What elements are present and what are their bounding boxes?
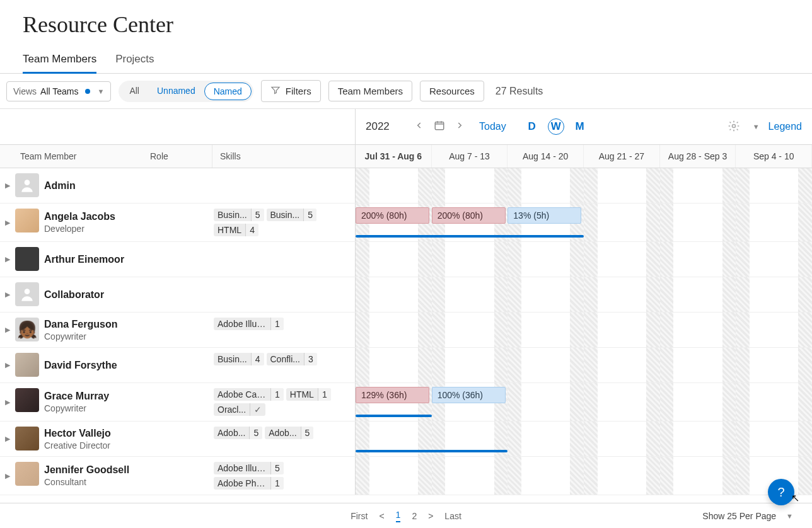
col-header-role[interactable]: Role — [142, 145, 212, 168]
allocation-bar[interactable]: 200% (80h) — [432, 207, 506, 224]
skill-chip[interactable]: Adobe Photoshop1 — [214, 477, 284, 490]
tab-team-members[interactable]: Team Members — [23, 53, 96, 73]
week-header[interactable]: Jul 31 - Aug 6 — [356, 145, 432, 168]
expand-row-icon[interactable]: ▶ — [0, 352, 15, 379]
col-header-member[interactable]: Team Member — [0, 145, 142, 168]
expand-row-icon[interactable]: ▶ — [0, 172, 15, 199]
skill-chip[interactable]: Oracl...✓ — [214, 403, 265, 416]
next-period-icon[interactable] — [454, 120, 465, 133]
calendar-icon[interactable] — [434, 120, 445, 134]
timeline-year: 2022 — [366, 120, 396, 133]
filter-icon — [270, 85, 281, 97]
member-name: Collaborator — [44, 289, 145, 301]
skill-name: Adob... — [214, 427, 249, 439]
skill-name: Busin... — [214, 353, 251, 365]
skill-chip[interactable]: Adobe Illustrator1 — [214, 318, 284, 330]
views-label: Views — [13, 86, 37, 96]
per-page-chevron-down-icon: ▼ — [786, 512, 793, 520]
member-role: Consultant — [44, 477, 145, 487]
resources-button[interactable]: Resources — [420, 81, 484, 101]
allocation-bar[interactable]: 200% (80h) — [356, 207, 429, 224]
help-fab[interactable]: ? — [768, 479, 794, 505]
skill-chip[interactable]: Busin...5 — [214, 209, 264, 221]
member-name: Grace Murray — [44, 391, 145, 402]
skill-chip[interactable]: Adob...5 — [214, 427, 262, 439]
allocation-bar[interactable]: 129% (36h) — [356, 387, 429, 403]
skill-level: 3 — [304, 353, 317, 365]
table-row: ▶Arthur Einemoor — [0, 242, 812, 277]
expand-row-icon[interactable]: ▶ — [0, 461, 15, 491]
skill-chip[interactable]: Adobe Illustrator5 — [214, 462, 284, 474]
skill-name: Busin... — [214, 209, 251, 221]
pager-page-2[interactable]: 2 — [412, 511, 417, 521]
filters-button[interactable]: Filters — [261, 80, 321, 102]
prev-period-icon[interactable] — [414, 120, 425, 133]
skills-cell — [214, 246, 355, 273]
avatar: 👧🏾 — [15, 318, 39, 341]
per-page-dropdown[interactable]: Show 25 Per Page ▼ — [702, 511, 793, 521]
expand-row-icon[interactable]: ▶ — [0, 425, 15, 452]
skill-chip[interactable]: Adobe Captivate1 — [214, 388, 284, 401]
skill-chip[interactable]: Busin...4 — [214, 353, 264, 365]
allocation-bar[interactable]: 100% (36h) — [432, 387, 506, 403]
member-name: Hector Vallejo — [44, 428, 145, 439]
views-value: All Teams — [40, 86, 78, 96]
table-row: ▶Collaborator — [0, 277, 812, 313]
week-header[interactable]: Aug 7 - 13 — [432, 145, 508, 168]
table-row: ▶👧🏾Dana FergusonCopywriterAdobe Illustra… — [0, 313, 812, 348]
settings-chevron-down-icon[interactable]: ▼ — [753, 123, 760, 130]
pill-named[interactable]: Named — [204, 83, 252, 100]
allocation-bar[interactable]: 13% (5h) — [508, 207, 581, 224]
skill-chip[interactable]: HTML1 — [286, 388, 331, 401]
pager-page-1[interactable]: 1 — [396, 510, 401, 522]
expand-row-icon[interactable]: ▶ — [0, 281, 15, 308]
expand-row-icon[interactable]: ▶ — [0, 207, 15, 238]
view-month[interactable]: M — [572, 118, 588, 135]
expand-row-icon[interactable]: ▶ — [0, 387, 15, 417]
member-name: Angela Jacobs — [44, 211, 145, 222]
skill-name: Adobe Illustrator — [214, 318, 270, 330]
pager-next[interactable]: > — [428, 511, 433, 521]
gear-icon[interactable] — [728, 120, 740, 134]
allocation-underline — [356, 235, 584, 238]
skill-name: Adobe Photoshop — [214, 477, 270, 490]
skill-chip[interactable]: HTML4 — [214, 224, 258, 236]
skill-name: HTML — [214, 224, 245, 236]
dwm-toggle: D W M — [524, 118, 588, 135]
week-header[interactable]: Sep 4 - 10 — [736, 145, 812, 168]
split-left-spacer — [0, 109, 356, 144]
pill-unnamed[interactable]: Unnamed — [148, 83, 204, 100]
view-week[interactable]: W — [548, 118, 564, 135]
skill-chip[interactable]: Busin...5 — [267, 209, 317, 221]
week-header[interactable]: Aug 21 - 27 — [584, 145, 660, 168]
view-day[interactable]: D — [524, 118, 540, 135]
col-header-skills[interactable]: Skills — [212, 145, 355, 168]
legend-link[interactable]: Legend — [768, 121, 802, 132]
pager-prev[interactable]: < — [379, 511, 384, 521]
pager-first[interactable]: First — [351, 511, 368, 521]
views-dropdown[interactable]: Views All Teams ▼ — [6, 81, 111, 101]
week-header[interactable]: Aug 28 - Sep 3 — [660, 145, 736, 168]
today-link[interactable]: Today — [479, 121, 506, 132]
week-header[interactable]: Aug 14 - 20 — [508, 145, 584, 168]
expand-row-icon[interactable]: ▶ — [0, 316, 15, 343]
allocation-underline — [356, 450, 508, 452]
skill-level: 4 — [251, 353, 264, 365]
chevron-down-icon: ▼ — [98, 88, 105, 95]
svg-point-2 — [25, 180, 30, 185]
member-role: Copywriter — [44, 403, 145, 413]
svg-point-1 — [732, 124, 735, 127]
team-members-button[interactable]: Team Members — [328, 81, 412, 101]
help-icon: ? — [777, 485, 784, 500]
tab-projects[interactable]: Projects — [115, 53, 154, 73]
skill-level: 5 — [249, 427, 262, 439]
skill-name: Adobe Illustrator — [214, 462, 270, 474]
skill-chip[interactable]: Confli...3 — [267, 353, 317, 365]
pager-last[interactable]: Last — [444, 511, 461, 521]
skill-chip[interactable]: Adob...5 — [265, 427, 313, 439]
table-row: ▶Admin — [0, 168, 812, 204]
table-row: ▶Angela JacobsDeveloperBusin...5Busin...… — [0, 204, 812, 242]
member-name: David Forsythe — [44, 360, 145, 371]
expand-row-icon[interactable]: ▶ — [0, 246, 15, 273]
pill-all[interactable]: All — [120, 83, 148, 100]
